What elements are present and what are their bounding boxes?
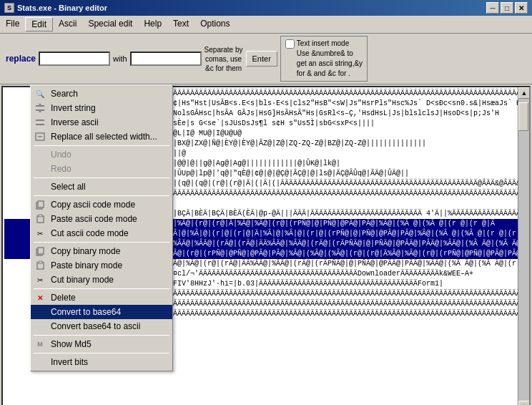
- copy-ascii-icon: [34, 198, 46, 211]
- menu-item-label: Paste binary mode: [51, 260, 122, 270]
- menu-item-label: Paste ascii code mode: [51, 214, 137, 224]
- menu-item-cut-binary[interactable]: ✂ Cut binary mode: [31, 273, 172, 287]
- close-button[interactable]: ✕: [515, 2, 528, 14]
- convert-ascii-icon: [34, 320, 46, 333]
- scroll-down-button[interactable]: ▼: [518, 401, 530, 405]
- edit-dropdown-menu: 🔍 Search Invert string Inverse ascii Rep…: [30, 84, 173, 371]
- svg-rect-4: [36, 119, 44, 121]
- invert-string-icon: [34, 102, 46, 114]
- menu-item-label: Convert to base64: [51, 307, 121, 317]
- menu-item-label: Invert bits: [51, 357, 88, 367]
- md5-icon: M: [34, 338, 46, 351]
- with-label: with: [113, 54, 127, 63]
- menu-separator: [34, 177, 169, 178]
- menu-item-label: Delete: [51, 293, 76, 303]
- menu-item-convert-base64[interactable]: Convert to base64: [31, 305, 172, 319]
- menu-item-invert-bits[interactable]: Invert bits: [31, 355, 172, 369]
- toolbar: replace with Separate bycomas, use&c for…: [0, 34, 532, 84]
- menu-separator: [34, 353, 169, 353]
- with-input[interactable]: [130, 52, 202, 66]
- maximize-button[interactable]: □: [501, 2, 513, 14]
- undo-icon: [34, 148, 46, 161]
- menu-item-cut-ascii[interactable]: ✂ Cut ascii code mode: [31, 226, 172, 240]
- titlebar-title: Stats.exe - Binary editor: [17, 4, 107, 12]
- search-icon: 🔍: [34, 87, 46, 100]
- menu-item-label: Search: [51, 89, 78, 99]
- menu-ascii[interactable]: Ascii: [53, 17, 82, 31]
- main-area: ÄÄÄÄÄÄÄÄÄÄÄÄÄÄÄÄÄÄÄÄÄÄÄÄÄÄÄÄÄÄÄÄÄÄÄÄÄÄÄÄ…: [0, 84, 532, 405]
- svg-rect-9: [38, 201, 44, 208]
- svg-rect-15: [39, 261, 42, 263]
- menu-separator: [34, 288, 169, 289]
- menu-item-label: Inverse ascii: [51, 117, 99, 127]
- cut-binary-icon: ✂: [34, 273, 46, 286]
- menu-item-select-all[interactable]: Select all: [31, 180, 172, 194]
- menubar: File Edit Ascii Special edit Help Text O…: [0, 16, 532, 34]
- paste-ascii-icon: [34, 213, 46, 225]
- svg-rect-11: [39, 215, 42, 217]
- menu-item-redo: Redo: [31, 162, 172, 176]
- menu-item-inverse-ascii[interactable]: Inverse ascii: [31, 115, 172, 130]
- menu-separator: [34, 242, 169, 243]
- menu-options[interactable]: Options: [194, 17, 235, 31]
- select-all-icon: [34, 180, 46, 193]
- menu-item-convert-ascii[interactable]: Convert base64 to ascii: [31, 319, 172, 333]
- minimize-button[interactable]: ─: [486, 2, 499, 14]
- replace-all-icon: [34, 130, 46, 143]
- svg-rect-13: [38, 248, 44, 254]
- checkbox-label: Text insert modeUse &numbre& toget an as…: [297, 39, 363, 79]
- text-insert-checkbox[interactable]: [285, 39, 295, 49]
- menu-item-label: Replace all selected width...: [51, 132, 157, 142]
- cut-ascii-icon: ✂: [34, 227, 46, 240]
- checkbox-area: Text insert modeUse &numbre& toget an as…: [280, 36, 368, 82]
- menu-item-label: Copy binary mode: [51, 246, 120, 256]
- menu-separator: [34, 145, 169, 146]
- menu-separator: [34, 335, 169, 336]
- vertical-scrollbar: ▲ ▼: [518, 87, 529, 405]
- menu-item-show-md5[interactable]: M Show Md5: [31, 337, 172, 351]
- menu-help[interactable]: Help: [138, 17, 167, 31]
- menu-file[interactable]: File: [0, 17, 25, 31]
- menu-item-search[interactable]: 🔍 Search: [31, 87, 172, 101]
- menu-text[interactable]: Text: [167, 17, 194, 31]
- menu-item-invert-string[interactable]: Invert string: [31, 101, 172, 115]
- replace-label: replace: [3, 54, 36, 64]
- app-icon: S: [4, 3, 14, 13]
- menu-item-replace-all[interactable]: Replace all selected width...: [31, 130, 172, 144]
- scroll-up-button[interactable]: ▲: [518, 87, 530, 99]
- menu-item-label: Redo: [51, 164, 72, 174]
- invert-bits-icon: [34, 356, 46, 369]
- menu-item-label: Invert string: [51, 103, 96, 113]
- menu-item-label: Select all: [51, 182, 86, 192]
- redo-icon: [34, 162, 46, 175]
- menu-item-copy-binary[interactable]: Copy binary mode: [31, 244, 172, 258]
- menu-item-label: Cut binary mode: [51, 275, 114, 285]
- menu-special-edit[interactable]: Special edit: [82, 17, 138, 31]
- menu-item-copy-ascii[interactable]: Copy ascii code mode: [31, 197, 172, 212]
- enter-button[interactable]: Enter: [246, 51, 277, 67]
- delete-icon: ✕: [34, 291, 46, 304]
- menu-item-label: Cut ascii code mode: [51, 228, 129, 238]
- svg-rect-5: [36, 124, 44, 125]
- inverse-ascii-icon: [34, 116, 46, 129]
- menu-separator: [34, 195, 169, 196]
- menu-item-label: Convert base64 to ascii: [51, 321, 140, 331]
- copy-binary-icon: [34, 245, 46, 258]
- titlebar: S Stats.exe - Binary editor ─ □ ✕: [0, 0, 532, 16]
- menu-item-undo: Undo: [31, 147, 172, 162]
- convert-base64-icon: [34, 306, 46, 318]
- menu-item-paste-binary[interactable]: Paste binary mode: [31, 258, 172, 273]
- menu-item-delete[interactable]: ✕ Delete: [31, 291, 172, 305]
- menu-item-paste-ascii[interactable]: Paste ascii code mode: [31, 212, 172, 226]
- menu-edit[interactable]: Edit: [25, 17, 53, 31]
- paste-binary-icon: [34, 259, 46, 272]
- menu-item-label: Show Md5: [51, 339, 92, 349]
- menu-item-label: Undo: [51, 150, 72, 160]
- menu-item-label: Copy ascii code mode: [51, 200, 135, 210]
- scroll-thumb[interactable]: [518, 102, 528, 131]
- replace-input[interactable]: [39, 52, 110, 66]
- titlebar-controls: ─ □ ✕: [486, 2, 528, 14]
- scroll-track[interactable]: [518, 99, 529, 401]
- separate-label: Separate bycomas, use&c for them: [205, 45, 243, 73]
